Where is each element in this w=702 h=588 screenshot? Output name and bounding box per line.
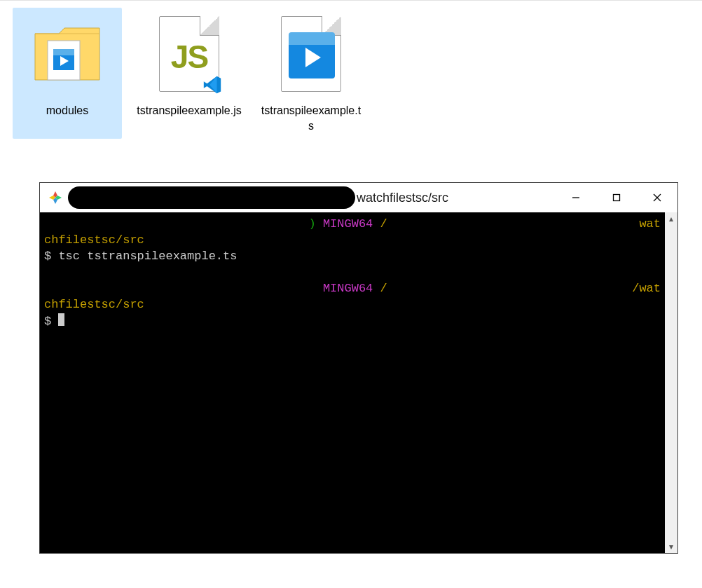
window-controls (556, 183, 677, 212)
terminal-line: $ (44, 313, 661, 330)
terminal-line: chfilestsc/src (44, 297, 661, 313)
close-button[interactable] (637, 183, 677, 212)
maximize-button[interactable] (596, 183, 637, 212)
file-label: tstranspileexample.js (137, 103, 241, 118)
svg-rect-2 (53, 49, 74, 55)
svg-rect-9 (614, 195, 620, 201)
file-item-ts[interactable]: tstranspileexample.ts (256, 8, 366, 139)
minimize-button[interactable] (556, 183, 596, 212)
file-item-js[interactable]: JS tstranspileexample.js (135, 8, 244, 139)
cursor-icon (58, 313, 64, 326)
scrollbar[interactable]: ▴ ▾ (665, 212, 677, 553)
file-row: modules JS tstranspileexample.js (0, 8, 702, 139)
app-icon (48, 191, 62, 205)
terminal-line: $ tsc tstranspileexample.ts (44, 249, 661, 265)
redacted-title (68, 186, 355, 209)
titlebar[interactable]: watchfilestsc/src (40, 183, 677, 212)
scroll-down-icon[interactable]: ▾ (665, 540, 677, 553)
terminal-line: MINGW64 //wat (44, 281, 661, 297)
file-label: modules (46, 103, 88, 118)
file-label: tstranspileexample.ts (259, 103, 364, 133)
scroll-up-icon[interactable]: ▴ (665, 212, 677, 225)
file-item-modules[interactable]: modules (13, 8, 122, 139)
file-explorer: modules JS tstranspileexample.js (0, 0, 702, 181)
terminal-line: chfilestsc/src (44, 233, 661, 249)
tsfile-icon (269, 12, 353, 96)
terminal-window: watchfilestsc/src ) MINGW64 /watchfilest… (39, 182, 678, 554)
terminal-body[interactable]: ) MINGW64 /watchfilestsc/src$ tsc tstran… (40, 212, 665, 553)
jsfile-icon: JS (147, 12, 231, 96)
terminal-line (44, 265, 661, 281)
titlebar-path: watchfilestsc/src (357, 191, 448, 205)
terminal-line: ) MINGW64 /wat (44, 217, 661, 233)
folder-icon (25, 12, 109, 96)
